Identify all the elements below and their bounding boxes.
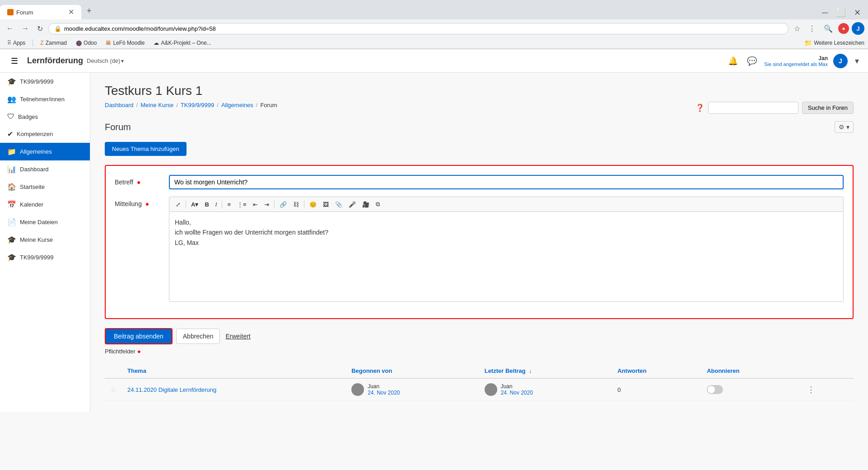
italic-btn[interactable]: I (213, 199, 220, 210)
row-more-button[interactable]: ⋮ (804, 384, 818, 395)
col-thema[interactable]: Thema (122, 364, 346, 378)
indent-btn[interactable]: ⇥ (261, 199, 272, 210)
sidebar-item-teilnehmer[interactable]: 👥 Teilnehmer/innen (0, 90, 90, 108)
subscribe-toggle[interactable] (707, 385, 723, 394)
editor-content[interactable]: Hallo, ich wollte Fragen wo der Unterric… (169, 212, 844, 302)
breadcrumb-tk99[interactable]: TK99/9/9999 (181, 102, 214, 108)
bookmark-apps[interactable]: ⠿ Apps (4, 39, 29, 47)
sidebar-item-kalender[interactable]: 📅 Kalender (0, 196, 90, 213)
further-bookmarks-label: Weitere Lesezeichen (814, 40, 864, 46)
topic-link[interactable]: 24.11.2020 Digitale Lernförderung (127, 386, 216, 393)
calendar-icon: 📅 (7, 200, 16, 209)
outdent-btn[interactable]: ⇤ (250, 199, 261, 210)
sidebar-label-meine-kurse: Meine Kurse (20, 236, 53, 243)
sidebar-item-dashboard[interactable]: 📊 Dashboard (0, 160, 90, 178)
search-button[interactable]: 🔍 (821, 23, 835, 35)
notification-bell-button[interactable]: 🔔 (726, 54, 740, 68)
extend-button[interactable]: Erweitert (224, 329, 252, 343)
sep-4 (304, 200, 304, 208)
sidebar-item-allgemeines[interactable]: 📁 Allgemeines (0, 143, 90, 160)
forum-title: Forum (105, 122, 131, 132)
bookmark-star-button[interactable]: ☆ (791, 23, 803, 35)
close-button[interactable]: ✕ (850, 6, 864, 19)
profile-avatar[interactable]: J (852, 22, 864, 35)
more-tools-btn[interactable]: ⧉ (373, 199, 383, 210)
sidebar-item-tk99[interactable]: 🎓 TK99/9/9999 (0, 73, 90, 90)
font-color-btn[interactable]: A▾ (188, 199, 201, 210)
betreff-input[interactable] (169, 175, 844, 189)
last-by-name: Juan (501, 383, 533, 390)
bookmark-folder-icon: 📁 (804, 39, 812, 47)
sidebar-item-meine-dateien[interactable]: 📄 Meine Dateien (0, 213, 90, 231)
forum-search-button[interactable]: Suche in Foren (802, 102, 854, 114)
courses-icon: 🎓 (7, 235, 16, 244)
language-selector[interactable]: Deutsch (de) (87, 57, 120, 64)
user-menu-button[interactable]: ▾ (853, 54, 861, 68)
help-icon[interactable]: ❓ (695, 103, 705, 112)
col-letzter[interactable]: Letzter Beitrag ↓ (479, 364, 612, 378)
maximize-button[interactable]: ⬜ (832, 6, 849, 19)
sidebar-item-startseite[interactable]: 🏠 Startseite (0, 178, 90, 196)
back-button[interactable]: ← (4, 23, 16, 34)
col-abonnieren[interactable]: Abonnieren (701, 364, 799, 378)
audio-btn[interactable]: 🎤 (346, 199, 359, 210)
forum-table: Thema Begonnen von Letzter Beitrag ↓ Ant… (105, 364, 854, 401)
sidebar-item-tk99-2[interactable]: 🎓 TK99/9/9999 (0, 249, 90, 266)
video-btn[interactable]: 🎥 (359, 199, 372, 210)
user-avatar-header[interactable]: J (833, 54, 848, 68)
message-button[interactable]: 💬 (745, 54, 759, 68)
forum-search-input[interactable] (708, 102, 798, 114)
forum-settings-button[interactable]: ⚙ ▾ (835, 121, 854, 133)
breadcrumb-meine-kurse[interactable]: Meine Kurse (140, 102, 173, 108)
numbered-list-btn[interactable]: ⋮≡ (234, 199, 249, 210)
bookmark-zammad[interactable]: Z Zammad (37, 39, 70, 47)
submit-button[interactable]: Beitrag absenden (105, 328, 173, 344)
bookmark-odoo[interactable]: ⬤ Odoo (72, 39, 100, 47)
bookmark-ak[interactable]: ☁ A&K-Projekt – One... (150, 39, 215, 47)
apps-icon: ⠿ (7, 40, 11, 46)
col-antworten[interactable]: Antworten (612, 364, 701, 378)
new-tab-button[interactable]: + (81, 3, 97, 19)
expand-btn[interactable]: ⤢ (173, 199, 183, 210)
forum-form-container: Betreff ● Mitteilung ● ⤢ (105, 165, 854, 319)
reload-button[interactable]: ↻ (34, 23, 46, 35)
sidebar-item-badges[interactable]: 🛡 Badges (0, 108, 90, 125)
star-toggle[interactable]: ☆ (110, 386, 117, 394)
sidebar-item-meine-kurse[interactable]: 🎓 Meine Kurse (0, 231, 90, 249)
gear-icon: ⚙ (839, 123, 845, 131)
bullet-list-btn[interactable]: ≡ (224, 199, 233, 210)
unlink-btn[interactable]: ⛓ (290, 199, 302, 210)
forum-table-body: ☆ 24.11.2020 Digitale Lernförderung Juan… (105, 378, 854, 401)
browser-menu-button[interactable]: ⋮ (806, 23, 818, 35)
search-row: ❓ Suche in Foren (695, 102, 854, 114)
cancel-button[interactable]: Abbrechen (176, 329, 220, 344)
emoji-btn[interactable]: 😊 (307, 199, 319, 210)
tab-close-button[interactable]: ✕ (68, 9, 74, 16)
bookmark-lefo[interactable]: 🏛 LeFö Moodle (102, 39, 148, 47)
sidebar-item-kompetenzen[interactable]: ✔ Kompetenzen (0, 125, 90, 143)
link-btn[interactable]: 🔗 (277, 199, 289, 210)
media-btn[interactable]: 📎 (332, 199, 345, 210)
hamburger-button[interactable]: ☰ (7, 52, 22, 70)
lang-chevron[interactable]: ▾ (121, 58, 124, 64)
app-logo: Lernförderung (27, 56, 83, 66)
col-begonnen[interactable]: Begonnen von (346, 364, 479, 378)
bold-btn[interactable]: B (202, 199, 211, 210)
editor-line-3: LG, Max (175, 238, 838, 248)
minimize-button[interactable]: ─ (818, 6, 831, 19)
mitteilung-label-text: Mitteilung (115, 200, 142, 207)
sep-2 (222, 200, 222, 208)
image-btn[interactable]: 🖼 (320, 199, 331, 210)
last-by-text: Juan 24. Nov 2020 (501, 383, 533, 396)
lefo-label: LeFö Moodle (113, 40, 145, 46)
zammad-label: Zammad (46, 40, 67, 46)
row-star-cell: ☆ (105, 378, 122, 401)
address-input[interactable] (64, 25, 783, 32)
breadcrumb-dashboard[interactable]: Dashboard (105, 102, 134, 108)
address-bar[interactable]: 🔒 (48, 23, 789, 34)
new-topic-button[interactable]: Neues Thema hinzufügen (105, 142, 187, 156)
browser-tab-forum[interactable]: Forum ✕ (0, 5, 81, 19)
breadcrumb-sep-2: / (176, 102, 178, 108)
forward-button[interactable]: → (19, 23, 32, 34)
breadcrumb-allgemeines[interactable]: Allgemeines (221, 102, 253, 108)
